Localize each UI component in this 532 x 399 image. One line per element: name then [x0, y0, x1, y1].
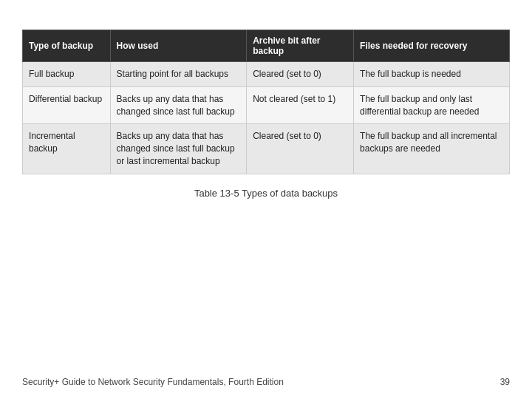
col-header-how: How used — [110, 30, 247, 62]
footer-left: Security+ Guide to Network Security Fund… — [22, 377, 284, 387]
col-header-files: Files needed for recovery — [354, 30, 510, 62]
table-row: Full backupStarting point for all backup… — [23, 62, 510, 87]
cell-how: Starting point for all backups — [110, 62, 247, 87]
cell-files: The full backup and all incremental back… — [354, 124, 510, 174]
table-header-row: Type of backup How used Archive bit afte… — [23, 30, 510, 62]
table-caption: Table 13-5 Types of data backups — [194, 188, 338, 199]
col-header-archive: Archive bit after backup — [247, 30, 354, 62]
table-row: Differential backupBacks up any data tha… — [23, 86, 510, 124]
table-wrapper: Type of backup How used Archive bit afte… — [22, 30, 510, 174]
page-footer: Security+ Guide to Network Security Fund… — [22, 377, 510, 387]
col-header-type: Type of backup — [23, 30, 111, 62]
page: Type of backup How used Archive bit afte… — [0, 0, 532, 399]
cell-how: Backs up any data that has changed since… — [110, 86, 247, 124]
cell-archive: Cleared (set to 0) — [247, 124, 354, 174]
footer-right: 39 — [500, 377, 510, 387]
cell-how: Backs up any data that has changed since… — [110, 124, 247, 174]
cell-files: The full backup is needed — [354, 62, 510, 87]
cell-files: The full backup and only last differenti… — [354, 86, 510, 124]
cell-type: Incremental backup — [23, 124, 111, 174]
cell-type: Differential backup — [23, 86, 111, 124]
cell-archive: Not cleared (set to 1) — [247, 86, 354, 124]
cell-archive: Cleared (set to 0) — [247, 62, 354, 87]
table-row: Incremental backupBacks up any data that… — [23, 124, 510, 174]
cell-type: Full backup — [23, 62, 111, 87]
backup-types-table: Type of backup How used Archive bit afte… — [22, 30, 510, 174]
